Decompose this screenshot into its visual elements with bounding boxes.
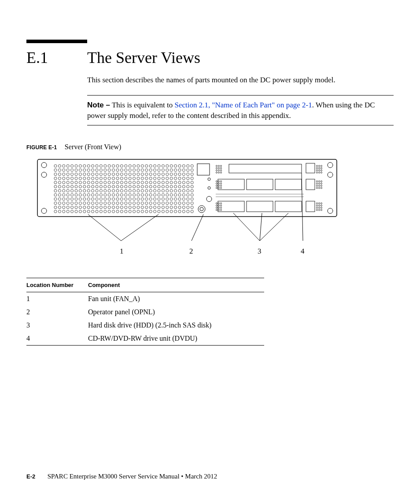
- callout-1: 1: [120, 247, 124, 256]
- svg-point-77: [63, 173, 65, 176]
- svg-point-333: [137, 202, 140, 205]
- callout-row: 1 2 3 4: [35, 247, 339, 260]
- svg-point-445: [216, 207, 217, 209]
- svg-point-416: [218, 166, 219, 167]
- svg-point-212: [58, 190, 61, 192]
- cell-comp: Operator panel (OPNL): [88, 305, 264, 319]
- table-row: 4 CD-RW/DVD-RW drive unit (DVDU): [26, 332, 264, 346]
- svg-point-339: [162, 202, 164, 205]
- svg-point-450: [220, 210, 221, 211]
- svg-point-119: [96, 177, 98, 180]
- svg-point-320: [83, 202, 86, 205]
- svg-point-188: [99, 185, 102, 188]
- cell-comp: Fan unit (FAN_A): [88, 292, 264, 306]
- svg-point-174: [182, 181, 185, 184]
- svg-point-275: [178, 194, 181, 196]
- svg-point-94: [133, 173, 136, 176]
- svg-point-399: [129, 210, 131, 213]
- svg-point-443: [218, 205, 219, 206]
- svg-point-270: [158, 194, 160, 196]
- svg-point-338: [158, 202, 160, 205]
- svg-point-351: [71, 206, 74, 209]
- svg-point-293: [112, 198, 115, 200]
- svg-point-37: [178, 165, 181, 167]
- svg-point-291: [104, 198, 107, 200]
- svg-point-88: [108, 173, 111, 176]
- svg-point-327: [112, 202, 115, 205]
- svg-point-489: [208, 187, 210, 189]
- svg-point-113: [71, 177, 74, 180]
- svg-point-27: [137, 165, 140, 167]
- svg-point-38: [182, 165, 185, 167]
- svg-point-251: [79, 194, 81, 196]
- svg-point-189: [104, 185, 107, 188]
- svg-point-360: [108, 206, 111, 209]
- svg-point-232: [141, 190, 144, 192]
- svg-point-230: [133, 190, 136, 192]
- page-footer: E-2 SPARC Enterprise M3000 Server Servic…: [26, 473, 217, 480]
- svg-point-265: [137, 194, 140, 196]
- svg-point-35: [170, 165, 173, 167]
- svg-point-248: [66, 194, 69, 196]
- svg-point-337: [154, 202, 156, 205]
- svg-point-98: [149, 173, 152, 176]
- svg-point-393: [104, 210, 107, 213]
- svg-point-288: [92, 198, 94, 200]
- svg-point-422: [218, 170, 219, 171]
- svg-point-148: [75, 181, 77, 184]
- figure-diagram: 1 2 3 4: [35, 157, 339, 260]
- svg-point-110: [58, 177, 61, 180]
- figure-caption: FIGURE E-1 Server (Front View): [26, 143, 394, 151]
- figure-title: Server (Front View): [65, 143, 122, 151]
- svg-point-398: [125, 210, 127, 213]
- svg-point-314: [58, 202, 61, 205]
- svg-point-8: [58, 165, 61, 167]
- svg-point-176: [191, 181, 193, 184]
- svg-point-294: [116, 198, 119, 200]
- svg-point-149: [79, 181, 81, 184]
- svg-point-304: [158, 198, 160, 200]
- svg-point-15: [87, 165, 90, 167]
- note-text-pre: This is equivalent to: [110, 101, 175, 109]
- svg-point-89: [112, 173, 115, 176]
- svg-point-6: [328, 208, 333, 213]
- svg-point-224: [108, 190, 111, 192]
- svg-point-121: [104, 177, 107, 180]
- svg-line-508: [233, 213, 260, 241]
- svg-point-195: [129, 185, 131, 188]
- svg-point-112: [66, 177, 69, 180]
- svg-point-211: [54, 190, 57, 192]
- svg-point-137: [170, 177, 173, 180]
- svg-point-386: [75, 210, 77, 213]
- table-header-row: Location Number Component: [26, 278, 264, 292]
- svg-point-355: [87, 206, 90, 209]
- svg-point-310: [182, 198, 185, 200]
- svg-point-266: [141, 194, 144, 196]
- svg-point-57: [120, 169, 123, 172]
- svg-rect-500: [306, 163, 315, 173]
- svg-point-423: [220, 170, 221, 171]
- svg-point-205: [170, 185, 173, 188]
- callout-2: 2: [189, 247, 193, 256]
- svg-point-215: [71, 190, 74, 192]
- svg-point-105: [178, 173, 181, 176]
- svg-point-101: [162, 173, 164, 176]
- svg-point-247: [63, 194, 65, 196]
- note-link[interactable]: Section 2.1, "Name of Each Part" on page…: [175, 101, 312, 109]
- svg-point-43: [63, 169, 65, 172]
- svg-point-364: [125, 206, 127, 209]
- svg-point-244: [191, 190, 193, 192]
- svg-point-321: [87, 202, 90, 205]
- svg-point-425: [218, 172, 219, 173]
- svg-point-216: [75, 190, 77, 192]
- svg-point-430: [216, 183, 217, 184]
- svg-point-243: [187, 190, 189, 192]
- svg-point-65: [154, 169, 156, 172]
- svg-point-437: [218, 188, 219, 189]
- cell-num: 1: [26, 292, 88, 306]
- svg-point-341: [170, 202, 173, 205]
- svg-point-33: [162, 165, 164, 167]
- svg-point-44: [66, 169, 69, 172]
- svg-point-388: [83, 210, 86, 213]
- svg-point-299: [137, 198, 140, 200]
